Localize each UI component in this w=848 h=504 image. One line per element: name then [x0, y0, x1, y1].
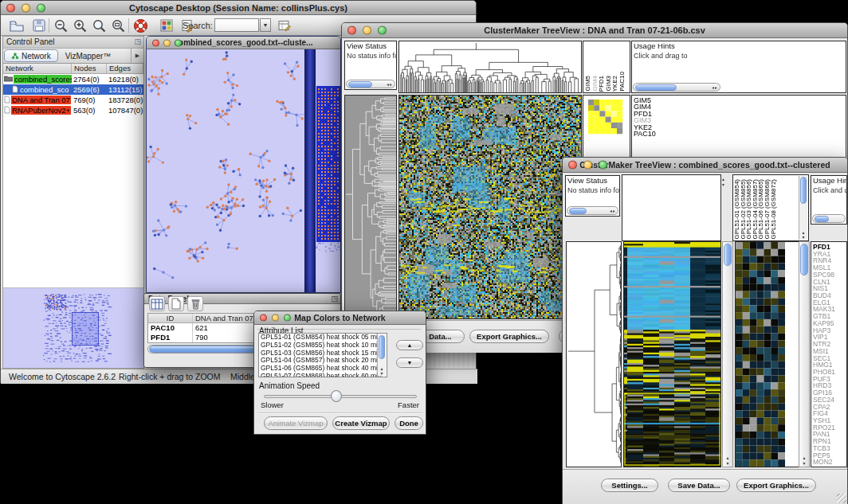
settings-button[interactable]: Settings...	[601, 479, 658, 492]
network-canvas[interactable]	[147, 49, 340, 292]
col-header-edges[interactable]: Edges	[107, 64, 143, 73]
float-panel-icon[interactable]: ◳	[331, 295, 338, 303]
zoom-button[interactable]	[599, 161, 607, 170]
help-lifebuoy-button[interactable]	[132, 17, 150, 34]
tab-network[interactable]: Network	[4, 49, 58, 62]
col-header-nodes[interactable]: Nodes	[72, 64, 107, 73]
zoom-button[interactable]	[284, 315, 291, 322]
delete-attribute-button[interactable]	[187, 296, 203, 311]
treeview-dna-titlebar[interactable]: ClusterMaker TreeView : DNA and Tran 07-…	[342, 23, 847, 38]
attribute-list-vscrollbar[interactable]: ▴▾	[377, 334, 386, 376]
hscrollbar[interactable]: ◂▸	[633, 83, 720, 92]
create-vizmap-button[interactable]: Create Vizmap	[332, 416, 390, 430]
row-label[interactable]: GIM3	[632, 117, 846, 123]
tab-vizmapper[interactable]: VizMapper™	[59, 49, 118, 63]
move-down-button[interactable]: ▼	[396, 357, 423, 368]
new-attribute-button[interactable]	[168, 296, 184, 311]
hscrollbar[interactable]: ◂▸	[346, 80, 395, 88]
row-dendrogram-pane[interactable]	[566, 241, 622, 467]
close-button[interactable]	[152, 39, 159, 46]
float-panel-icon[interactable]: ◳	[134, 37, 141, 45]
document-icon	[4, 106, 10, 115]
network-tree-table: Network Nodes Edges combined_scores2764(…	[3, 64, 143, 115]
row-dendrogram-pane[interactable]	[344, 95, 397, 319]
column-dendrogram-pane[interactable]	[622, 174, 721, 241]
export-graphics-button[interactable]: Export Graphics...	[469, 330, 549, 343]
animate-vizmap-button[interactable]: Animate Vizmap	[264, 416, 328, 430]
minimize-button[interactable]	[363, 26, 371, 35]
zoom-fit-button[interactable]	[90, 17, 108, 34]
zoom-selected-button[interactable]	[109, 17, 128, 34]
gene-label[interactable]: MON2	[811, 459, 846, 466]
save-button[interactable]	[29, 17, 48, 34]
minimize-button[interactable]	[163, 39, 171, 46]
network-table-row[interactable]: combined_sco2569(6)13112(15)	[3, 84, 143, 95]
treeview-combined-footer: Settings...Save Data...Export Graphics..…	[563, 469, 847, 504]
toolbar-separator	[128, 18, 129, 33]
attribute-list[interactable]: GPL51-01 (GSM854) heat shock 05 minGPL51…	[258, 333, 387, 377]
row-label[interactable]: PAC10	[632, 131, 846, 137]
close-button[interactable]	[568, 161, 577, 170]
search-dropdown-button[interactable]: ▼	[260, 18, 271, 32]
close-button[interactable]	[347, 26, 356, 35]
hscrollbar[interactable]	[812, 214, 846, 223]
zoom-out-button[interactable]	[52, 17, 70, 34]
mini-scroll-arrows[interactable]: ▴▾	[722, 177, 724, 188]
zoom-button[interactable]	[378, 26, 387, 35]
map-colors-dialog: Map Colors to Network Attribute List GPL…	[253, 311, 426, 435]
treeview-combined-titlebar[interactable]: ClusterMaker TreeView : combined_scores_…	[563, 158, 847, 173]
minimize-button[interactable]	[272, 315, 279, 322]
minimize-button[interactable]	[22, 3, 30, 12]
column-dendrogram-pane[interactable]	[398, 41, 582, 93]
open-file-button[interactable]	[7, 17, 26, 34]
close-button[interactable]	[6, 3, 15, 12]
col-header-network[interactable]: Network	[3, 64, 72, 73]
map-colors-titlebar[interactable]: Map Colors to Network	[254, 311, 426, 325]
heatmap-vscrollbar[interactable]: ▴▾	[722, 241, 733, 467]
status-zoom-hint: Right-click + drag to ZOOM	[119, 372, 221, 381]
network-edges-count: 16218(0)	[107, 75, 143, 84]
attribute-select-button[interactable]	[149, 296, 165, 311]
done-button[interactable]: Done	[395, 416, 423, 430]
network-table-row[interactable]: combined_scores2764(0)16218(0)	[3, 74, 143, 84]
resize-grip[interactable]	[837, 494, 846, 503]
animation-speed-slider-thumb[interactable]	[331, 390, 342, 402]
main-titlebar[interactable]: Cytoscape Desktop (Session Name: collins…	[1, 1, 476, 15]
row-label[interactable]: GIM5	[632, 97, 846, 104]
zoom-button[interactable]	[175, 39, 182, 46]
tab-overflow-button[interactable]: ▶	[131, 49, 143, 63]
export-graphics-button[interactable]: Export Graphics...	[736, 479, 816, 492]
zoom-button[interactable]	[37, 3, 45, 12]
zoom-in-button[interactable]	[71, 17, 89, 34]
view-status-text: No status info for	[566, 186, 619, 195]
hscrollbar[interactable]: ◂▸	[567, 206, 618, 215]
row-label[interactable]: GIM4	[632, 104, 846, 110]
column-label[interactable]: GPL51-08 (GSM872)	[771, 179, 777, 240]
network-birdseye-overview[interactable]	[3, 288, 143, 368]
column-label[interactable]: PAC10	[619, 72, 626, 92]
network-nodes-count: 2764(0)	[72, 75, 107, 84]
network-table-row[interactable]: DNA and Tran 07769(0)183728(0)	[3, 95, 143, 105]
search-input[interactable]	[214, 18, 259, 32]
row-label[interactable]: YKE2	[632, 124, 846, 131]
heatmap-main-pane[interactable]	[623, 241, 721, 467]
vizmapper-button[interactable]	[157, 17, 175, 34]
vscrollbar[interactable]: ▴▾	[799, 176, 807, 240]
move-up-button[interactable]: ▲	[396, 340, 423, 350]
gene-list-vscrollbar[interactable]: ▴▾	[799, 241, 810, 467]
network-name: DNA and Tran 07	[11, 96, 71, 104]
column-label[interactable]: GIM5	[585, 76, 591, 92]
save-data-button[interactable]: Save Data...	[668, 479, 730, 492]
search-options-button[interactable]	[275, 17, 293, 34]
heatmap-zoom-pane[interactable]	[735, 241, 802, 467]
attribute-list-item[interactable]: GPL51-07 (GSM868) heat shock 60 min	[259, 373, 387, 377]
row-label[interactable]: PFD1	[632, 111, 846, 117]
network-table-row[interactable]: RNAPuberNov2+563(0)107847(0)	[3, 105, 143, 115]
heatmap-main-pane[interactable]	[398, 95, 582, 319]
minimize-button[interactable]	[583, 161, 592, 170]
column-label[interactable]: YKE2	[612, 76, 618, 92]
close-button[interactable]	[260, 315, 267, 322]
network-view-titlebar[interactable]: combined_scores_good.txt--cluste...	[147, 37, 340, 49]
dp-col-id[interactable]: ID	[148, 314, 193, 322]
column-label[interactable]: PFD1	[599, 76, 605, 92]
